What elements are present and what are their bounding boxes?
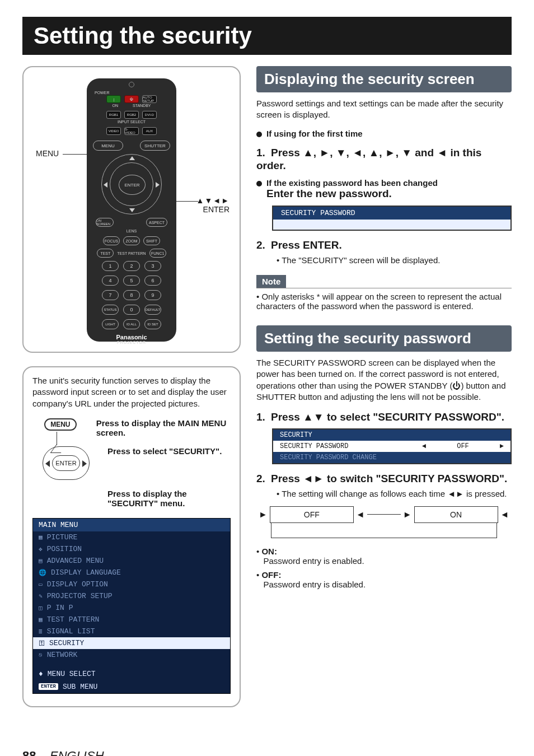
label-test-pattern: TEST PATTERN [117,251,146,255]
main-menu-title: MAIN MENU [33,519,230,531]
section1-title: Displaying the security screen [256,66,512,92]
arrow-left-icon-2: ◄ [500,510,509,520]
power-standby-button[interactable]: ⏻ [124,95,139,103]
zoom-button[interactable]: ZOOM [123,236,140,245]
num-7[interactable]: 7 [102,290,119,300]
bullet-first-time: If using for the first time [256,129,512,138]
num-8[interactable]: 8 [123,290,140,300]
note-text: Only asterisks * will appear on the scre… [256,292,512,311]
security-menu-title: SECURITY [273,430,510,441]
light-button[interactable]: LIGHT [102,319,119,329]
status-button[interactable]: STATUS [102,305,119,315]
toggle-off-box: OFF [270,506,354,523]
bullet-changed-pw-a: If the existing password has been change… [266,178,438,188]
callout-arrows: ▲▼◄► [196,196,229,205]
num-1[interactable]: 1 [102,261,119,271]
auto-setup-button[interactable]: AUTO SETUP [142,95,157,103]
menu-item-display-option: ▭DISPLAY OPTION [33,578,230,590]
nav-ring[interactable]: ENTER [101,154,162,214]
instructions-box: The unit's security function serves to d… [22,366,241,707]
off-text: Password entry is disabled. [264,580,366,589]
enter-ring-icon: ENTER [43,446,90,480]
main-menu-mock: MAIN MENU ▦PICTURE ✥POSITION ▤ADVANCED M… [32,518,231,694]
menu-item-language: 🌐DISPLAY LANGUAGE [33,567,230,578]
page-language: ENGLISH [50,749,104,756]
default-button[interactable]: DEFAULT [144,305,161,315]
video-button[interactable]: VIDEO [106,127,121,135]
intro-text: The unit's security function serves to d… [32,375,231,409]
brand-sub: PROJECTOR [92,340,171,344]
hint-row-1: MENU Press to display the MAIN MENU scre… [32,418,231,437]
remote-diagram-box: MENU ▲▼◄► ENTER POWER ❘ ⏻ AUTO SETUP [22,66,241,353]
left-column: MENU ▲▼◄► ENTER POWER ❘ ⏻ AUTO SETUP [22,66,241,721]
security-menu-row-dim: SECURITY PASSWORD CHANGE [273,452,510,463]
menu-item-signal-list: ≣SIGNAL LIST [33,626,230,637]
note-label: Note [256,275,286,288]
menu-footer-2: ENTERSUB MENU [33,680,230,693]
sec1-step2-sub: The "SECURITY" screen will be displayed. [277,255,512,265]
idall-button[interactable]: ID ALL [123,319,140,329]
menu-item-pinp: ◫P IN P [33,602,230,614]
security-password-box-label: SECURITY PASSWORD [273,207,510,220]
func1-button[interactable]: FUNC1 [149,249,166,258]
label-power: POWER [95,91,109,95]
menu-item-picture: ▦PICTURE [33,531,230,543]
num-0[interactable]: 0 [123,305,140,315]
hint-step2: Press to select "SECURITY". [107,446,222,456]
menu-item-position: ✥POSITION [33,543,230,555]
callout-menu: MENU [36,149,59,158]
onscreen-button[interactable]: ON SCREEN [96,218,114,227]
menu-item-security: ⚿SECURITY [33,637,230,649]
section2-para: The SECURITY PASSWORD screen can be disp… [256,357,512,403]
page-number: 88 [22,749,36,756]
arrow-right-icon: ► [259,510,268,520]
svideo-button[interactable]: S-VIDEO [124,127,139,135]
sec1-step1: 1.Press ▲, ►, ▼, ◄, ▲, ►, ▼ and ◄ in thi… [256,146,512,173]
bullet-changed-pw: If the existing password has been change… [256,178,512,200]
menu-item-test-pattern: ▦TEST PATTERN [33,614,230,626]
callout-menu-label: MENU [36,149,59,158]
label-lens: LENS [92,229,171,233]
shift-button[interactable]: SHIFT [143,236,160,245]
aux-button[interactable]: AUX [142,127,157,135]
dvid-button[interactable]: DVI-D [142,111,157,119]
idset-button[interactable]: ID SET [144,319,161,329]
note-rule [256,288,512,288]
num-2[interactable]: 2 [123,261,140,271]
rgb2-button[interactable]: RGB2 [124,111,139,119]
toggle-diagram: ► OFF ◄ ► ON ◄ [256,506,512,539]
num-4[interactable]: 4 [102,276,119,286]
callout-enter-label: ENTER [196,205,229,214]
focus-button[interactable]: FOCUS [103,236,120,245]
enter-button[interactable]: ENTER [119,175,146,195]
test-button[interactable]: TEST [97,249,114,258]
remote-led [129,82,134,87]
shutter-button[interactable]: SHUTTER [140,141,170,151]
security-password-box: SECURITY PASSWORD [272,206,512,231]
rgb1-button[interactable]: RGB1 [106,111,121,119]
label-input-select: INPUT SELECT [92,120,171,124]
brand-name: Panasonic [92,334,171,340]
menu-button[interactable]: MENU [93,141,123,151]
toggle-on-box: ON [414,506,498,523]
menu-footer-1: ♦MENU SELECT [33,668,230,680]
section2-title: Setting the security password [256,325,512,352]
page-footer: 88 – ENGLISH [22,749,512,756]
hint-step1: Press to display the MAIN MENU screen. [96,418,231,437]
sec2-step2: 2.Press ◄► to switch "SECURITY PASSWORD"… [256,472,512,486]
num-5[interactable]: 5 [123,276,140,286]
power-on-button[interactable]: ❘ [106,95,121,103]
hint-row-2: ENTER Press to select "SECURITY". [32,446,231,480]
num-9[interactable]: 9 [144,290,161,300]
sec2-step2-sub: The setting will change as follows each … [277,489,512,498]
bullet-changed-pw-b: Enter the new password. [266,188,392,199]
menu-button-icon: MENU [44,418,77,431]
arrow-left-icon: ◄ [356,510,365,520]
sec2-step1: 1.Press ▲▼ to select "SECURITY PASSWORD"… [256,410,512,424]
menu-item-network: ⎋NETWORK [33,649,230,661]
num-6[interactable]: 6 [144,276,161,286]
callout-enter: ▲▼◄► ENTER [196,196,229,214]
num-3[interactable]: 3 [144,261,161,271]
on-item: • ON: Password entry is enabled. [256,547,512,566]
aspect-button[interactable]: ASPECT [146,218,167,227]
